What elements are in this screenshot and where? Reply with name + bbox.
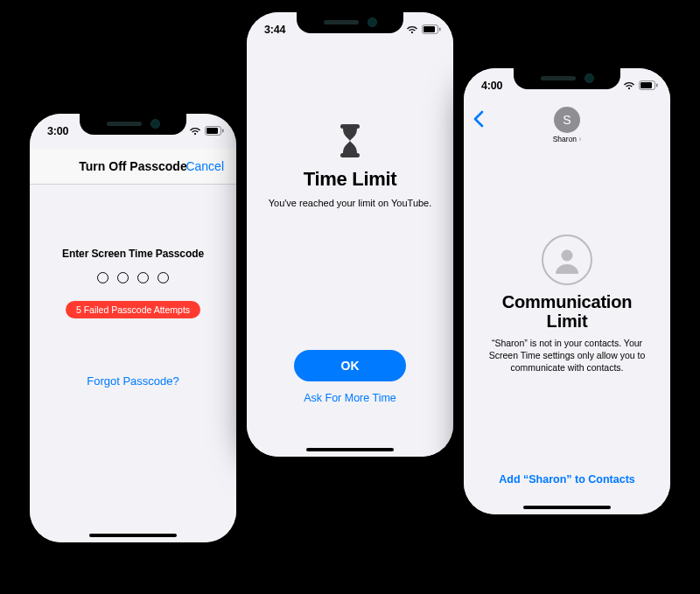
cancel-button[interactable]: Cancel <box>186 159 224 173</box>
time-limit-heading: Time Limit <box>247 168 453 191</box>
svg-rect-6 <box>340 124 360 129</box>
time-limit-subtitle: You've reached your limit on YouTube. <box>247 198 453 208</box>
communication-limit-heading: CommunicationLimit <box>464 292 670 332</box>
notch <box>80 114 186 135</box>
nav-bar: S Sharon <box>464 103 670 150</box>
svg-rect-2 <box>222 129 224 133</box>
svg-rect-1 <box>206 128 218 134</box>
contact-name: Sharon <box>464 135 670 143</box>
forgot-passcode-link[interactable]: Forgot Passcode? <box>30 374 236 388</box>
notch <box>297 12 403 33</box>
wifi-icon <box>623 81 635 90</box>
status-time: 3:00 <box>47 125 68 137</box>
battery-icon <box>639 80 658 90</box>
wifi-icon <box>406 25 418 34</box>
home-indicator[interactable] <box>306 448 394 451</box>
status-indicators <box>623 80 658 90</box>
status-time: 3:44 <box>264 24 285 36</box>
svg-rect-9 <box>640 82 652 88</box>
phone-passcode: 3:00 Turn Off Passcode Cancel Enter Scre… <box>30 114 236 542</box>
battery-icon <box>422 24 441 34</box>
wifi-icon <box>189 127 201 136</box>
phone-communication-limit: 4:00 S Sharon CommunicationLimit “Sharon… <box>464 68 670 514</box>
svg-rect-4 <box>424 26 435 32</box>
ask-more-time-link[interactable]: Ask For More Time <box>247 392 453 404</box>
home-indicator[interactable] <box>89 534 177 537</box>
svg-rect-7 <box>340 153 360 157</box>
back-button[interactable] <box>472 110 485 131</box>
status-indicators <box>406 24 441 34</box>
passcode-dots[interactable] <box>30 272 236 283</box>
phone-time-limit: 3:44 Time Limit You've reached your limi… <box>247 12 453 457</box>
notch <box>514 68 620 89</box>
status-time: 4:00 <box>481 80 502 92</box>
contact-header[interactable]: S Sharon <box>464 103 670 143</box>
hourglass-icon <box>247 124 453 161</box>
avatar: S <box>554 107 580 133</box>
communication-limit-subtitle: “Sharon” is not in your contacts. Your S… <box>483 337 651 374</box>
ok-button[interactable]: OK <box>294 350 406 381</box>
home-indicator[interactable] <box>523 506 611 509</box>
svg-rect-10 <box>656 84 658 87</box>
passcode-prompt: Enter Screen Time Passcode <box>30 248 236 260</box>
person-circle-icon <box>464 234 670 285</box>
add-contact-link[interactable]: Add “Sharon” to Contacts <box>464 473 670 486</box>
svg-point-11 <box>562 250 573 262</box>
nav-bar: Turn Off Passcode Cancel <box>30 149 236 185</box>
svg-rect-5 <box>439 28 441 31</box>
status-indicators <box>189 126 224 136</box>
battery-icon <box>205 126 224 136</box>
error-pill: 5 Failed Passcode Attempts <box>66 301 200 318</box>
chevron-left-icon <box>472 110 485 128</box>
